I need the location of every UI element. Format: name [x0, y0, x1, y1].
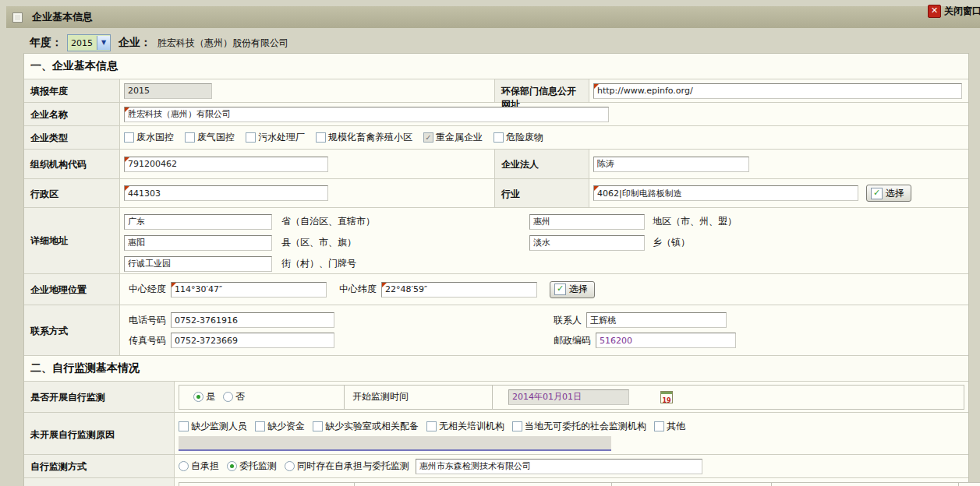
checkbox-sewage-plant[interactable]: 污水处理厂	[246, 131, 305, 144]
geo-label: 企业地理位置	[24, 274, 120, 305]
region-input[interactable]	[529, 214, 645, 230]
radio-selected-icon	[193, 392, 203, 402]
fax-group: 传真号码	[124, 333, 549, 348]
latitude-input[interactable]	[381, 282, 537, 298]
checkbox-wastewater[interactable]: 废水国控	[124, 131, 174, 144]
checkbox-no-agency[interactable]: 当地无可委托的社会监测机构	[512, 420, 646, 433]
fill-year-input[interactable]	[124, 83, 212, 99]
phone-label: 电话号码	[129, 314, 166, 327]
self-monitor-inner-table: 是 否 开始监测时间 19	[179, 385, 964, 410]
row-clipped-bottom	[24, 477, 968, 486]
contact-person-input[interactable]	[586, 312, 727, 328]
checkbox-lack-staff[interactable]: 缺少监测人员	[179, 420, 247, 433]
radio-label: 委托监测	[239, 460, 277, 473]
row-address: 详细地址 省（自治区、直辖市） 地区（市、州、盟） 县（区、市、旗） 乡（镇） …	[24, 207, 968, 273]
checkbox-livestock[interactable]: 规模化畜禽养殖小区	[316, 131, 412, 144]
province-input[interactable]	[124, 214, 272, 230]
street-input[interactable]	[124, 256, 272, 272]
checkbox-wastegas[interactable]: 废气国控	[185, 131, 235, 144]
close-label: 关闭窗口	[944, 5, 980, 18]
checkbox-label: 缺少资金	[267, 420, 305, 433]
county-input[interactable]	[124, 235, 272, 251]
start-time-value-cell: 19	[493, 386, 964, 409]
year-select[interactable]: 2015 ▼	[67, 34, 111, 51]
checkbox-checked-icon: ✓	[423, 132, 433, 143]
row-no-reason: 未开展自行监测原因 缺少监测人员 缺少资金 缺少实验室或相关配备 无相关培训机构…	[24, 412, 968, 454]
agency-input[interactable]	[416, 459, 702, 474]
company-name-label: 企业名称	[24, 103, 120, 125]
fax-label: 传真号码	[129, 334, 166, 347]
longitude-label: 中心经度	[129, 283, 166, 296]
check-icon: ✓	[554, 284, 566, 295]
start-date-input[interactable]	[508, 389, 629, 405]
radio-icon	[285, 461, 295, 471]
checkbox-hazardous-waste[interactable]: 危险废物	[494, 131, 543, 144]
zip-label: 邮政编码	[554, 334, 591, 347]
latitude-label: 中心纬度	[339, 283, 377, 296]
legal-person-input[interactable]	[593, 157, 749, 172]
radio-both[interactable]: 同时存在自承担与委托监测	[285, 460, 409, 473]
contact-cell: 电话号码 联系人 传真号码 邮政编码	[120, 305, 968, 355]
self-monitor-cell: 是 否 开始监测时间 19	[175, 382, 968, 412]
start-time-label: 开始监测时间	[352, 390, 409, 403]
town-input[interactable]	[529, 235, 645, 251]
epinfo-url-input[interactable]	[593, 83, 962, 99]
legal-person-cell	[589, 150, 968, 178]
row-monitor-mode: 自行监测方式 自承担 委托监测 同时存在自承担与委托监测	[24, 454, 968, 477]
geo-pick-button[interactable]: ✓ 选择	[550, 281, 595, 298]
checkbox-icon	[255, 421, 265, 431]
clipped-row-cell	[175, 478, 980, 486]
checkbox-label: 污水处理厂	[258, 131, 305, 144]
admin-region-label: 行政区	[24, 179, 120, 207]
other-reason-input[interactable]	[179, 436, 611, 451]
row-org-code: 组织机构代码 企业法人	[24, 149, 968, 178]
radio-icon	[179, 461, 189, 471]
org-code-input[interactable]	[124, 157, 328, 172]
radio-self-undertake[interactable]: 自承担	[179, 460, 219, 473]
phone-input[interactable]	[171, 312, 334, 328]
calendar-icon[interactable]: 19	[660, 391, 673, 403]
checkbox-icon	[313, 421, 323, 431]
company-type-label: 企业类型	[24, 126, 120, 149]
row-fill-year: 填报年度 环保部门信息公开网址	[24, 79, 968, 102]
form-panel: 一、企业基本信息 填报年度 环保部门信息公开网址 企业名称 企业类型 废水国控 …	[23, 53, 969, 486]
close-window-button[interactable]: ✕ 关闭窗口	[928, 5, 980, 18]
checkbox-icon	[316, 132, 326, 143]
inner-cell	[179, 483, 355, 486]
fax-input[interactable]	[171, 333, 334, 348]
checkbox-label: 废气国控	[197, 131, 235, 144]
epinfo-label: 环保部门信息公开网址	[494, 79, 589, 102]
street-suffix: 街（村）、门牌号	[281, 257, 529, 270]
admin-region-input[interactable]	[124, 185, 328, 201]
industry-pick-button[interactable]: ✓ 选择	[866, 185, 911, 202]
zip-input[interactable]	[596, 333, 736, 348]
window-title: 企业基本信息	[32, 10, 93, 24]
row-admin-region: 行政区 行业 ✓ 选择	[24, 178, 968, 207]
radio-entrust[interactable]: 委托监测	[227, 460, 277, 473]
town-suffix: 乡（镇）	[653, 236, 690, 249]
address-label: 详细地址	[24, 208, 120, 273]
row-self-monitor: 是否开展自行监测 是 否 开始监测时间 19	[24, 381, 968, 412]
checkbox-label: 当地无可委托的社会监测机构	[525, 420, 646, 433]
county-suffix: 县（区、市、旗）	[281, 236, 529, 249]
checkbox-label: 无相关培训机构	[439, 420, 504, 433]
phone-group: 电话号码	[124, 312, 549, 328]
row-company-name: 企业名称	[24, 102, 968, 125]
checkbox-heavy-metal[interactable]: ✓重金属企业	[423, 131, 483, 144]
checkbox-other[interactable]: 其他	[654, 420, 685, 433]
industry-input[interactable]	[593, 185, 858, 201]
company-name-input[interactable]	[124, 107, 609, 122]
epinfo-cell	[589, 79, 968, 102]
window-titlebar: 企业基本信息	[6, 6, 980, 28]
contact-line-1: 电话号码 联系人	[124, 310, 964, 330]
radio-no[interactable]: 否	[223, 390, 245, 403]
checkbox-lack-fund[interactable]: 缺少资金	[255, 420, 305, 433]
province-suffix: 省（自治区、直辖市）	[281, 215, 529, 228]
radio-yes[interactable]: 是	[193, 390, 215, 403]
longitude-input[interactable]	[171, 282, 327, 298]
checkbox-label: 缺少监测人员	[191, 420, 247, 433]
company-type-cell: 废水国控 废气国控 污水处理厂 规模化畜禽养殖小区 ✓重金属企业 危险废物	[120, 126, 968, 149]
checkbox-lack-lab[interactable]: 缺少实验室或相关配备	[313, 420, 419, 433]
checkbox-no-training[interactable]: 无相关培训机构	[426, 420, 504, 433]
region-suffix: 地区（市、州、盟）	[653, 215, 737, 228]
